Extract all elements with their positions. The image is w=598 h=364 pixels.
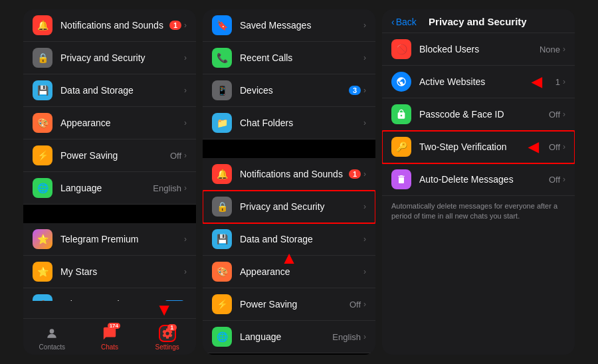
privacy-icon: 🔒 — [33, 48, 52, 68]
devices-icon: 📱 — [212, 80, 232, 100]
passcode-icon — [391, 104, 411, 124]
back-button[interactable]: ‹ Back — [391, 17, 417, 27]
power-icon: ⚡ — [33, 145, 52, 165]
appearance2-icon: 🎨 — [212, 262, 232, 282]
twostep-value: Off — [549, 142, 560, 152]
power-label: Power Saving — [60, 150, 170, 161]
notifications-icon: 🔔 — [33, 15, 52, 35]
mid-item-language[interactable]: 🌐 Language English › — [203, 321, 375, 353]
chevron-icon: › — [363, 118, 366, 128]
language-icon: 🌐 — [33, 178, 52, 198]
left-item-data[interactable]: 💾 Data and Storage › — [23, 74, 196, 107]
tab-settings[interactable]: 1 Settings — [138, 323, 196, 352]
right-settings-list: 🚫 Blocked Users None › Active Websites ◀… — [382, 33, 575, 355]
devices-badge: 3 — [349, 86, 361, 95]
notifications2-label: Notifications and Sounds — [240, 169, 349, 179]
mid-item-folders[interactable]: 📁 Chat Folders › — [203, 107, 375, 139]
notifications-badge: 1 — [169, 21, 181, 30]
settings-tab-label: Settings — [155, 343, 179, 351]
left-item-appearance[interactable]: 🎨 Appearance › — [23, 107, 196, 139]
mid-item-power[interactable]: ⚡ Power Saving Off › — [203, 288, 375, 321]
websites-icon — [391, 72, 411, 92]
saved-icon: 🔖 — [212, 15, 232, 35]
chevron-icon: › — [184, 151, 187, 160]
tab-contacts[interactable]: Contacts — [23, 323, 81, 352]
right-item-blocked[interactable]: 🚫 Blocked Users None › — [382, 33, 575, 66]
back-label: Back — [396, 17, 417, 27]
devices-label: Devices — [240, 85, 349, 96]
right-panel-header: ‹ Back Privacy and Security — [382, 9, 575, 33]
left-item-notifications[interactable]: 🔔 Notifications and Sounds 1 › — [23, 9, 196, 42]
power2-value: Off — [349, 300, 361, 310]
chevron-icon: › — [363, 53, 366, 62]
left-item-language[interactable]: 🌐 Language English › — [23, 172, 196, 205]
premium-icon: ⭐ — [33, 229, 52, 249]
stars-icon: ⭐ — [33, 262, 52, 282]
passcode-value: Off — [549, 110, 560, 120]
section-divider — [203, 353, 375, 355]
contacts-icon — [45, 327, 58, 340]
back-chevron-icon: ‹ — [391, 17, 395, 27]
chevron-icon: › — [184, 234, 187, 244]
tab-chats[interactable]: 174 Chats — [81, 323, 139, 352]
chevron-icon: › — [363, 86, 366, 95]
mid-item-saved[interactable]: 🔖 Saved Messages › — [203, 9, 375, 42]
privacy2-label: Privacy and Security — [240, 201, 363, 212]
calls-icon: 📞 — [212, 48, 232, 68]
chats-tab-label: Chats — [101, 343, 118, 351]
power-value: Off — [170, 151, 181, 161]
middle-settings-list: 🔖 Saved Messages › 📞 Recent Calls › 📱 De… — [203, 9, 375, 355]
contacts-icon-wrap — [43, 325, 60, 342]
language-value: English — [153, 183, 181, 193]
business-icon: 💼 — [33, 294, 52, 301]
folders-icon: 📁 — [212, 113, 232, 133]
websites-svg — [396, 76, 407, 87]
data2-icon: 💾 — [212, 229, 232, 249]
mid-item-privacy[interactable]: 🔒 Privacy and Security › — [203, 191, 375, 223]
right-item-passcode[interactable]: Passcode & Face ID Off › — [382, 98, 575, 131]
arrow-right2-icon: ◀ — [528, 139, 538, 155]
language2-label: Language — [240, 331, 332, 342]
left-item-power[interactable]: ⚡ Power Saving Off › — [23, 139, 196, 172]
power2-label: Power Saving — [240, 299, 349, 310]
folders-label: Chat Folders — [240, 118, 363, 128]
right-item-twostep[interactable]: 🔑 Two-Step Verification ◀ Off › — [382, 131, 575, 163]
section-divider — [203, 139, 375, 158]
left-panel: 🔔 Notifications and Sounds 1 › 🔒 Privacy… — [23, 9, 196, 355]
chevron-icon: › — [363, 234, 366, 244]
chevron-icon: › — [563, 175, 565, 184]
settings-badge: 1 — [167, 324, 177, 331]
mid-item-notifications[interactable]: 🔔 Notifications and Sounds 1 › — [203, 158, 375, 191]
tab-bar: Contacts 174 Chats 1 Settings — [23, 318, 196, 355]
section-divider — [23, 205, 196, 223]
data-icon: 💾 — [33, 80, 52, 100]
chats-icon-wrap: 174 — [101, 325, 118, 342]
left-item-stars[interactable]: ⭐ My Stars › — [23, 256, 196, 288]
autodelete-icon — [391, 169, 411, 189]
chevron-icon: › — [363, 267, 366, 276]
arrow-down-container: ▼ — [23, 301, 196, 318]
right-item-websites[interactable]: Active Websites ◀ 1 › — [382, 66, 575, 98]
blocked-icon: 🚫 — [391, 39, 411, 59]
chevron-icon: › — [363, 332, 366, 341]
stars-label: My Stars — [60, 266, 184, 277]
chevron-icon: › — [184, 21, 187, 30]
left-item-privacy[interactable]: 🔒 Privacy and Security › — [23, 42, 196, 74]
chevron-icon: › — [184, 118, 187, 128]
passcode-label: Passcode & Face ID — [419, 109, 549, 120]
chevron-icon: › — [363, 169, 366, 179]
chevron-icon: › — [363, 300, 366, 309]
left-item-premium[interactable]: ⭐ Telegram Premium › — [23, 223, 196, 256]
chevron-icon: › — [363, 202, 366, 211]
notifications2-badge: 1 — [349, 169, 361, 179]
right-item-autodelete[interactable]: Auto-Delete Messages Off › — [382, 163, 575, 196]
autodelete-svg — [396, 174, 407, 185]
settings-icon-wrap: 1 — [159, 325, 176, 342]
data2-label: Data and Storage — [240, 234, 363, 244]
mid-item-devices[interactable]: 📱 Devices 3 › — [203, 74, 375, 107]
autodelete-value: Off — [549, 175, 560, 185]
arrow-up-container: ▲ — [280, 248, 298, 268]
twostep-icon: 🔑 — [391, 137, 411, 157]
mid-item-calls[interactable]: 📞 Recent Calls › — [203, 42, 375, 74]
blocked-label: Blocked Users — [419, 44, 540, 54]
